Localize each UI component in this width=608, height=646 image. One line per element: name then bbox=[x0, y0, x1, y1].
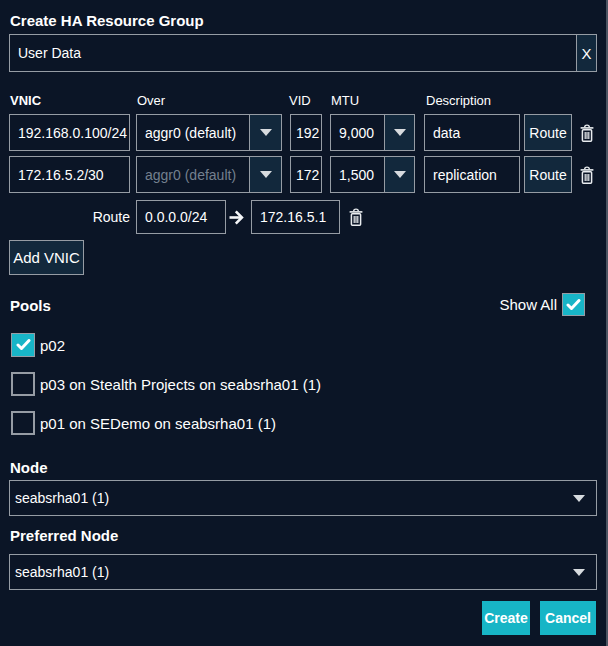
header-vid: VID bbox=[289, 93, 311, 108]
header-mtu: MTU bbox=[331, 93, 359, 108]
trash-icon bbox=[349, 208, 363, 226]
mtu-select-arrow[interactable] bbox=[384, 115, 414, 150]
trash-icon bbox=[580, 124, 594, 142]
mtu-value: 9,000 bbox=[339, 125, 374, 141]
delete-vnic-button[interactable] bbox=[577, 114, 597, 151]
delete-vnic-button[interactable] bbox=[577, 156, 597, 193]
preferred-node-select[interactable]: seabsrha01 (1) bbox=[9, 554, 597, 590]
vnic-address-input[interactable]: 172.16.5.2/30 bbox=[9, 156, 130, 193]
vid-input[interactable]: 172 bbox=[290, 156, 322, 193]
header-over: Over bbox=[137, 93, 165, 108]
dialog-title: Create HA Resource Group bbox=[10, 12, 204, 29]
pool-checkbox[interactable] bbox=[11, 372, 35, 396]
header-vnic: VNIC bbox=[10, 93, 41, 108]
over-select[interactable]: aggr0 (default) bbox=[136, 114, 282, 151]
chevron-down-icon bbox=[573, 569, 585, 576]
pool-checkbox[interactable] bbox=[11, 333, 35, 357]
group-name-input[interactable]: User Data bbox=[9, 34, 577, 72]
route-gateway-value: 172.16.5.1 bbox=[260, 209, 326, 225]
route-button[interactable]: Route bbox=[524, 114, 572, 151]
over-value: aggr0 (default) bbox=[145, 167, 236, 183]
preferred-node-select-arrow bbox=[562, 555, 596, 589]
delete-route-button[interactable] bbox=[346, 200, 366, 234]
group-name-value: User Data bbox=[18, 45, 81, 61]
vnic-address-input[interactable]: 192.168.0.100/24 bbox=[9, 114, 130, 151]
cancel-button[interactable]: Cancel bbox=[540, 601, 596, 635]
over-value: aggr0 (default) bbox=[145, 125, 236, 141]
route-button[interactable]: Route bbox=[524, 156, 572, 193]
pool-item-label: p01 on SEDemo on seabsrha01 (1) bbox=[40, 411, 276, 435]
node-label: Node bbox=[10, 459, 48, 476]
route-row-label: Route bbox=[0, 200, 130, 234]
chevron-down-icon bbox=[260, 129, 272, 136]
check-icon bbox=[16, 339, 31, 351]
mtu-value: 1,500 bbox=[339, 167, 374, 183]
pool-item-label: p02 bbox=[40, 333, 65, 357]
route-gateway-input[interactable]: 172.16.5.1 bbox=[251, 200, 340, 234]
check-icon bbox=[566, 299, 581, 311]
clear-name-label: X bbox=[581, 45, 591, 62]
chevron-down-icon bbox=[260, 171, 272, 178]
trash-icon bbox=[580, 166, 594, 184]
route-button-label: Route bbox=[529, 167, 566, 183]
mtu-select[interactable]: 9,000 bbox=[330, 114, 415, 151]
vid-input[interactable]: 192 bbox=[290, 114, 322, 151]
vid-value: 172 bbox=[296, 167, 319, 183]
mtu-select-arrow[interactable] bbox=[384, 157, 414, 192]
arrow-right-icon bbox=[228, 200, 244, 234]
chevron-down-icon bbox=[394, 171, 406, 178]
pool-item-label: p03 on Stealth Projects on seabsrha01 (1… bbox=[40, 372, 321, 396]
mtu-select[interactable]: 1,500 bbox=[330, 156, 415, 193]
vnic-address-value: 192.168.0.100/24 bbox=[18, 125, 127, 141]
pool-checkbox[interactable] bbox=[11, 411, 35, 435]
chevron-down-icon bbox=[394, 129, 406, 136]
node-select-arrow bbox=[562, 481, 596, 515]
over-select-arrow[interactable] bbox=[249, 115, 281, 150]
clear-name-button[interactable]: X bbox=[576, 34, 597, 72]
node-select[interactable]: seabsrha01 (1) bbox=[9, 480, 597, 516]
over-select-arrow[interactable] bbox=[249, 157, 281, 192]
create-button[interactable]: Create bbox=[482, 601, 530, 635]
add-vnic-button[interactable]: Add VNIC bbox=[9, 240, 84, 275]
preferred-node-label: Preferred Node bbox=[10, 527, 118, 544]
over-select[interactable]: aggr0 (default) bbox=[136, 156, 282, 193]
show-all-label: Show All bbox=[0, 293, 557, 316]
show-all-checkbox[interactable] bbox=[562, 293, 585, 316]
node-value: seabsrha01 (1) bbox=[15, 490, 109, 506]
route-network-input[interactable]: 0.0.0.0/24 bbox=[136, 200, 226, 234]
preferred-node-value: seabsrha01 (1) bbox=[15, 564, 109, 580]
arrow-right-glyph bbox=[229, 210, 244, 225]
chevron-down-icon bbox=[573, 495, 585, 502]
header-description: Description bbox=[426, 93, 491, 108]
vid-value: 192 bbox=[296, 125, 319, 141]
description-input[interactable]: data bbox=[424, 114, 520, 151]
description-value: data bbox=[433, 125, 460, 141]
description-value: replication bbox=[433, 167, 497, 183]
description-input[interactable]: replication bbox=[424, 156, 520, 193]
route-button-label: Route bbox=[529, 125, 566, 141]
vnic-address-value: 172.16.5.2/30 bbox=[18, 167, 104, 183]
route-network-value: 0.0.0.0/24 bbox=[145, 209, 207, 225]
